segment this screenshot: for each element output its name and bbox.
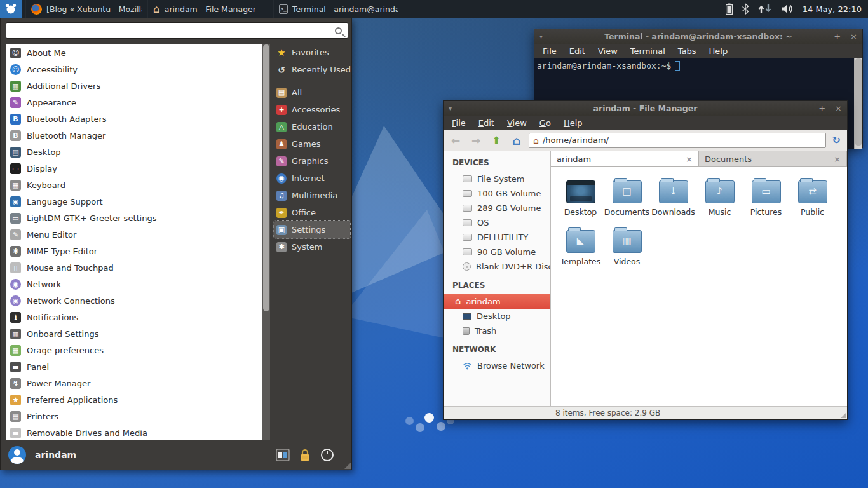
menu-item-additional-drivers[interactable]: ▦Additional Drivers <box>6 78 262 94</box>
user-avatar[interactable] <box>8 446 26 464</box>
bluetooth-icon[interactable] <box>742 3 749 15</box>
menu-item-printers[interactable]: ▤Printers <box>6 408 262 424</box>
panel-clock[interactable]: 14 May, 22:10 <box>803 4 862 14</box>
maximize-button[interactable]: + <box>818 101 825 116</box>
window-menu-icon[interactable]: ▾ <box>539 33 543 40</box>
shutdown-button[interactable] <box>319 447 335 463</box>
device-os[interactable]: OS <box>444 215 550 230</box>
fm-titlebar[interactable]: ▾ arindam - File Manager – + × <box>444 101 847 116</box>
volume-icon[interactable] <box>781 4 794 14</box>
place-trash[interactable]: Trash <box>444 323 550 338</box>
file-downloads[interactable]: ↓ Downloads <box>650 177 696 217</box>
file-videos[interactable]: ▥ Videos <box>604 227 650 266</box>
network-arrows-icon[interactable] <box>758 4 772 14</box>
close-button[interactable]: × <box>850 29 857 44</box>
forward-button[interactable]: → <box>468 133 484 148</box>
search-box[interactable] <box>6 22 348 39</box>
menu-item-desktop[interactable]: ▤Desktop <box>6 144 262 160</box>
tab-documents[interactable]: Documents× <box>699 151 847 166</box>
menu-item-orage-preferences[interactable]: ▦Orage preferences <box>6 342 262 358</box>
file-icon-view[interactable]: Desktop □ Documents ↓ Downloads ♪ Music … <box>551 167 847 406</box>
menu-item-network-connections[interactable]: ◉Network Connections <box>6 292 262 309</box>
device-file-system[interactable]: File System <box>444 172 550 186</box>
menu-view[interactable]: View <box>592 46 623 56</box>
close-button[interactable]: × <box>835 101 842 116</box>
category-multimedia[interactable]: ♫Multimedia <box>274 187 350 204</box>
menu-file[interactable]: File <box>446 118 471 128</box>
minimize-button[interactable]: – <box>820 29 825 44</box>
menu-view[interactable]: View <box>501 118 532 128</box>
resize-grip[interactable] <box>841 413 846 418</box>
menu-help[interactable]: Help <box>558 118 588 128</box>
category-favorites[interactable]: ★Favorites <box>274 44 350 61</box>
taskbar-button-terminal[interactable]: >_ Terminal - arindam@arinda... <box>273 0 403 18</box>
window-menu-icon[interactable]: ▾ <box>449 105 452 112</box>
resize-grip[interactable] <box>344 463 351 469</box>
network-browse[interactable]: Browse Network <box>444 358 550 373</box>
menu-item-menu-editor[interactable]: ✎Menu Editor <box>6 226 262 243</box>
close-tab-icon[interactable]: × <box>834 154 841 164</box>
category-games[interactable]: ♟Games <box>274 135 350 152</box>
file-music[interactable]: ♪ Music <box>696 177 743 217</box>
terminal-scrollbar[interactable] <box>854 58 862 149</box>
menu-edit[interactable]: Edit <box>564 46 591 56</box>
category-all[interactable]: ▤All <box>274 84 350 101</box>
menu-terminal[interactable]: Terminal <box>625 46 671 56</box>
terminal-scrollbar-thumb[interactable] <box>855 58 862 146</box>
scrollbar-thumb[interactable] <box>263 44 269 311</box>
category-recently-used[interactable]: ↺Recently Used <box>274 61 350 78</box>
menu-item-onboard-settings[interactable]: ▦Onboard Settings <box>6 325 262 342</box>
category-system[interactable]: ✱System <box>274 238 350 255</box>
menu-item-lightdm[interactable]: ▭LightDM GTK+ Greeter settings <box>6 210 262 226</box>
menu-item-keyboard[interactable]: ▦Keyboard <box>6 177 262 193</box>
menu-item-mouse-touchpad[interactable]: ▯Mouse and Touchpad <box>6 259 262 276</box>
taskbar-button-firefox[interactable]: [Blog « Xubuntu - Mozilla Fire... <box>25 0 147 18</box>
minimize-button[interactable]: – <box>805 101 810 116</box>
tab-arindam[interactable]: arindam× <box>551 151 699 166</box>
device-100gb-volume[interactable]: 100 GB Volume <box>444 186 550 201</box>
close-tab-icon[interactable]: × <box>686 154 693 164</box>
menu-item-panel[interactable]: ▬Panel <box>6 358 262 375</box>
category-settings[interactable]: ▣Settings <box>274 221 350 238</box>
menu-item-appearance[interactable]: ✎Appearance <box>6 94 262 111</box>
list-scrollbar[interactable] <box>262 44 270 440</box>
menu-item-preferred-applications[interactable]: ★Preferred Applications <box>6 391 262 408</box>
place-home-arindam[interactable]: ⌂arindam <box>444 294 550 309</box>
category-accessories[interactable]: +Accessories <box>274 101 350 118</box>
menu-item-removable-drives[interactable]: ▬Removable Drives and Media <box>6 424 262 440</box>
menu-tabs[interactable]: Tabs <box>672 46 702 56</box>
menu-item-about-me[interactable]: ☺About Me <box>6 44 262 61</box>
menu-edit[interactable]: Edit <box>473 118 500 128</box>
category-graphics[interactable]: ✎Graphics <box>274 152 350 170</box>
menu-item-network[interactable]: ◉Network <box>6 276 262 292</box>
maximize-button[interactable]: + <box>834 29 841 44</box>
file-pictures[interactable]: ▭ Pictures <box>743 177 789 217</box>
file-desktop[interactable]: Desktop <box>557 177 604 217</box>
terminal-titlebar[interactable]: ▾ Terminal - arindam@arindam-xsandbox: ~… <box>534 29 862 44</box>
device-blank-dvd[interactable]: Blank DVD+R Disc▲ <box>444 259 550 274</box>
menu-go[interactable]: Go <box>534 118 557 128</box>
menu-file[interactable]: File <box>537 46 562 56</box>
search-input[interactable] <box>6 24 335 37</box>
device-90gb-volume[interactable]: 90 GB Volume <box>444 245 550 259</box>
lock-screen-button[interactable] <box>297 447 313 463</box>
menu-item-notifications[interactable]: ℹNotifications <box>6 309 262 325</box>
up-button[interactable]: ⬆ <box>488 133 505 148</box>
place-desktop[interactable]: Desktop <box>444 309 550 323</box>
menu-item-bluetooth-manager[interactable]: BBluetooth Manager <box>6 127 262 144</box>
menu-item-language-support[interactable]: ◉Language Support <box>6 193 262 210</box>
category-education[interactable]: △Education <box>274 118 350 135</box>
file-public[interactable]: ⇄ Public <box>789 177 836 217</box>
home-button[interactable]: ⌂ <box>508 133 525 148</box>
all-settings-button[interactable] <box>275 447 290 463</box>
path-bar[interactable]: ⌂ /home/arindam/ <box>529 133 826 148</box>
whisker-menu-button[interactable] <box>0 0 22 18</box>
menu-item-display[interactable]: ▭Display <box>6 160 262 177</box>
device-dellutility[interactable]: DELLUTILITY <box>444 230 550 245</box>
taskbar-button-file-manager[interactable]: ⌂ arindam - File Manager <box>147 0 273 18</box>
back-button[interactable]: ← <box>447 133 464 148</box>
menu-item-mime-type-editor[interactable]: ✱MIME Type Editor <box>6 243 262 259</box>
reload-button[interactable]: ↻ <box>830 134 843 146</box>
menu-help[interactable]: Help <box>703 46 734 56</box>
file-documents[interactable]: □ Documents <box>604 177 650 217</box>
